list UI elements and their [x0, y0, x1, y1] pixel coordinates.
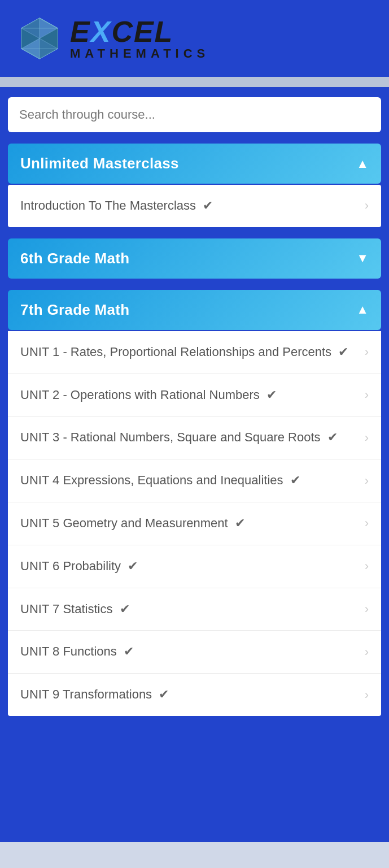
list-item[interactable]: UNIT 5 Geometry and Measurenment ✔› [8, 502, 381, 545]
chevron-right-icon: › [365, 345, 369, 359]
section-chevron-unlimited-masterclass: ▲ [356, 157, 369, 171]
check-icon: ✔ [116, 602, 129, 616]
item-label: UNIT 7 Statistics ✔ [20, 601, 357, 618]
list-item[interactable]: UNIT 6 Probability ✔› [8, 545, 381, 588]
item-label: UNIT 3 - Rational Numbers, Square and Sq… [20, 429, 357, 446]
list-item[interactable]: Introduction To The Masterclass ✔› [8, 185, 381, 227]
section-items-unlimited-masterclass: Introduction To The Masterclass ✔› [8, 185, 381, 227]
check-icon: ✔ [199, 198, 213, 212]
list-item[interactable]: UNIT 7 Statistics ✔› [8, 588, 381, 631]
chevron-right-icon: › [365, 688, 369, 702]
main-content: Unlimited Masterclass▲Introduction To Th… [0, 87, 389, 842]
section-label-7th-grade-math: 7th Grade Math [20, 301, 129, 319]
logo-text: EXCEL MATHEMATICS [70, 17, 209, 60]
check-icon: ✔ [263, 388, 277, 402]
check-icon: ✔ [287, 473, 300, 487]
chevron-right-icon: › [365, 516, 369, 531]
list-item[interactable]: UNIT 8 Functions ✔› [8, 631, 381, 674]
section-header-unlimited-masterclass[interactable]: Unlimited Masterclass▲ [8, 144, 381, 184]
section-label-6th-grade-math: 6th Grade Math [20, 250, 129, 267]
list-item[interactable]: UNIT 3 - Rational Numbers, Square and Sq… [8, 416, 381, 459]
logo-excel: EXCEL [70, 17, 209, 46]
search-input[interactable] [8, 97, 381, 132]
list-item[interactable]: UNIT 2 - Operations with Rational Number… [8, 374, 381, 417]
logo-icon [17, 16, 62, 61]
section-header-6th-grade-math[interactable]: 6th Grade Math▼ [8, 238, 381, 279]
check-icon: ✔ [124, 559, 138, 573]
item-label: UNIT 4 Expressions, Equations and Inequa… [20, 472, 357, 489]
chevron-right-icon: › [365, 431, 369, 445]
list-item[interactable]: UNIT 1 - Rates, Proportional Relationshi… [8, 331, 381, 374]
item-label: UNIT 1 - Rates, Proportional Relationshi… [20, 344, 357, 361]
app-header: EXCEL MATHEMATICS [0, 0, 389, 77]
section-label-unlimited-masterclass: Unlimited Masterclass [20, 155, 179, 172]
item-label: UNIT 5 Geometry and Measurenment ✔ [20, 515, 357, 532]
item-label: Introduction To The Masterclass ✔ [20, 197, 357, 215]
item-label: UNIT 2 - Operations with Rational Number… [20, 387, 357, 404]
section-chevron-7th-grade-math: ▲ [356, 302, 369, 317]
section-chevron-6th-grade-math: ▼ [356, 251, 369, 266]
chevron-right-icon: › [365, 388, 369, 402]
logo-mathematics: MATHEMATICS [70, 47, 209, 60]
logo: EXCEL MATHEMATICS [17, 16, 209, 61]
header-separator [0, 77, 389, 87]
chevron-right-icon: › [365, 474, 369, 488]
check-icon: ✔ [335, 345, 348, 359]
item-label: UNIT 9 Transformations ✔ [20, 686, 357, 704]
chevron-right-icon: › [365, 559, 369, 574]
list-item[interactable]: UNIT 9 Transformations ✔› [8, 674, 381, 716]
section-items-7th-grade-math: UNIT 1 - Rates, Proportional Relationshi… [8, 331, 381, 716]
chevron-right-icon: › [365, 645, 369, 659]
item-label: UNIT 6 Probability ✔ [20, 558, 357, 575]
chevron-right-icon: › [365, 198, 369, 213]
sections-container: Unlimited Masterclass▲Introduction To Th… [8, 144, 381, 716]
list-item[interactable]: UNIT 4 Expressions, Equations and Inequa… [8, 459, 381, 502]
item-label: UNIT 8 Functions ✔ [20, 643, 357, 661]
section-header-7th-grade-math[interactable]: 7th Grade Math▲ [8, 290, 381, 330]
check-icon: ✔ [231, 516, 245, 530]
check-icon: ✔ [155, 687, 169, 701]
check-icon: ✔ [120, 644, 134, 658]
chevron-right-icon: › [365, 602, 369, 617]
check-icon: ✔ [324, 430, 338, 444]
